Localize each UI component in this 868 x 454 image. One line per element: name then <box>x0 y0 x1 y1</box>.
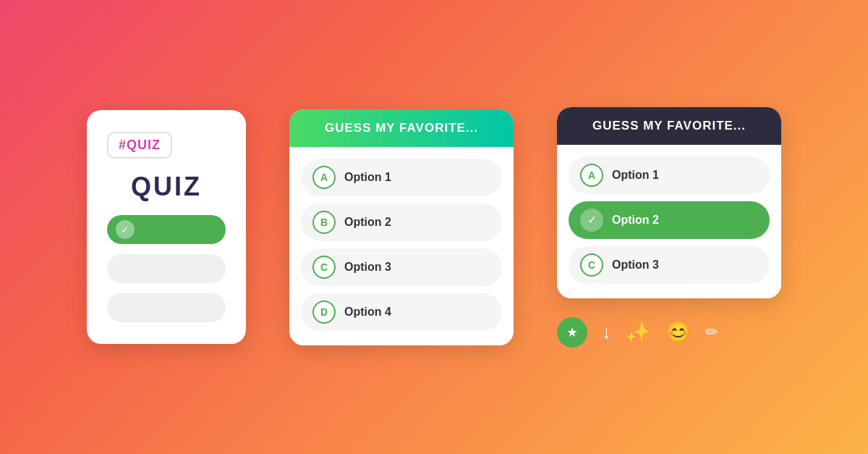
option-text-c: Option 3 <box>344 261 391 274</box>
quiz-card-dark: GUESS MY FAVORITE... A Option 1 ✓ Option… <box>557 107 781 298</box>
option-letter-b: B <box>312 211 336 234</box>
star-icon: ★ <box>566 324 578 340</box>
face-button[interactable]: 😊 <box>665 320 691 344</box>
quiz-sticker-card: #QUIZ QUIZ ✓ <box>87 110 246 344</box>
card3-option-row-c[interactable]: C Option 3 <box>569 246 770 284</box>
card3-option-row-b[interactable]: ✓ Option 2 <box>569 201 770 239</box>
card3-wrapper: GUESS MY FAVORITE... A Option 1 ✓ Option… <box>557 107 781 348</box>
quiz-card-green: GUESS MY FAVORITE... A Option 1 B Option… <box>289 109 514 345</box>
card2-body: A Option 1 B Option 2 C Option 3 D Optio… <box>289 147 514 345</box>
card3-option-row-a[interactable]: A Option 1 <box>569 156 770 194</box>
card2-header: GUESS MY FAVORITE... <box>289 109 514 147</box>
option-letter-c: C <box>312 256 336 279</box>
pen-button[interactable]: ✏ <box>705 323 718 342</box>
card3-header: GUESS MY FAVORITE... <box>557 107 781 145</box>
option-text-b: Option 2 <box>344 216 391 229</box>
quiz-answer-bar-1[interactable]: ✓ <box>107 215 226 244</box>
card3-option-letter-c: C <box>580 253 603 277</box>
card3-check-icon: ✓ <box>580 209 603 232</box>
option-letter-a: A <box>312 166 336 189</box>
card3-option-text-b: Option 2 <box>612 214 659 227</box>
option-row-a[interactable]: A Option 1 <box>301 159 502 196</box>
quiz-answer-bar-3[interactable] <box>107 293 226 322</box>
star-button[interactable]: ★ <box>557 317 587 348</box>
quiz-title: QUIZ <box>131 172 202 202</box>
option-text-d: Option 4 <box>344 306 391 319</box>
option-row-d[interactable]: D Option 4 <box>301 293 502 331</box>
option-row-c[interactable]: C Option 3 <box>301 248 502 286</box>
card3-option-text-a: Option 1 <box>612 169 659 182</box>
option-letter-d: D <box>312 300 336 324</box>
card3-option-text-c: Option 3 <box>612 258 659 272</box>
sparkle-button[interactable]: ✨ <box>626 320 651 344</box>
main-container: #QUIZ QUIZ ✓ GUESS MY FAVORITE... A Opti… <box>87 107 781 348</box>
download-button[interactable]: ↓ <box>602 321 611 343</box>
option-text-a: Option 1 <box>344 171 391 184</box>
bottom-toolbar: ★ ↓ ✨ 😊 ✏ <box>557 317 718 348</box>
option-row-b[interactable]: B Option 2 <box>301 203 502 241</box>
card3-body: A Option 1 ✓ Option 2 C Option 3 <box>557 145 781 298</box>
card3-option-letter-a: A <box>580 164 603 187</box>
quiz-hashtag-badge: #QUIZ <box>107 132 172 159</box>
quiz-answer-bar-2[interactable] <box>107 254 226 283</box>
check-icon: ✓ <box>116 220 135 239</box>
